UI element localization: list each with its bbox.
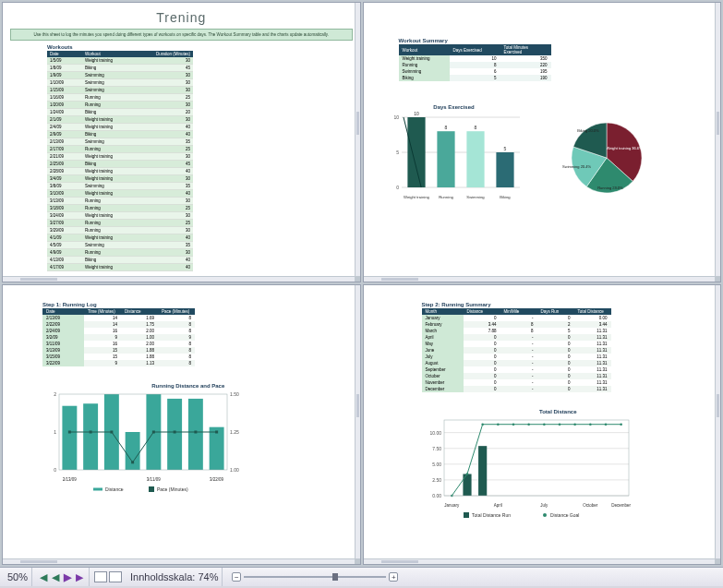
table-row[interactable]: 3/13/09Running30 [47,198,193,205]
scrollbar-horizontal[interactable] [3,558,355,564]
svg-text:8: 8 [444,125,447,130]
svg-text:Running: Running [439,195,453,199]
table-row[interactable]: Swimming6195 [399,68,551,75]
scrollbar-vertical[interactable] [355,285,360,558]
table-row[interactable]: Weight training10350 [399,55,551,62]
table-row[interactable]: August0-011.31 [422,360,611,366]
table-row[interactable]: 3/2/0991.009 [42,334,195,341]
scrollbar-horizontal[interactable] [364,276,716,282]
table-row[interactable]: 3/10/09Weight training40 [47,190,193,198]
table-row[interactable]: 3/13/09151.888 [42,347,195,354]
svg-text:Biking: Biking [500,195,511,199]
status-bar: 50% ◀ ◀ ▶ ▶ Innholdsskala: 74% − + [0,567,723,586]
table-row[interactable]: 2/13/09Swimming35 [47,138,193,146]
table-row[interactable]: 1/15/09Swimming30 [47,87,193,94]
table-row[interactable]: 3/18/09Running25 [47,205,193,212]
col-total: Total Distance [574,308,611,315]
table-row[interactable]: 1/24/09Biking20 [47,109,193,116]
table-row[interactable]: 2/25/09Biking45 [47,161,193,168]
svg-text:2/13/09: 2/13/09 [63,477,78,482]
zoom-out-icon[interactable]: − [232,572,241,582]
table-row[interactable]: 2/1/09Weight training30 [47,116,193,124]
table-row[interactable]: May0-011.31 [422,341,611,347]
table-row[interactable]: September0-011.31 [422,366,611,373]
svg-text:0: 0 [54,467,56,473]
running-summary-table[interactable]: Month Distance Min/Mile Days Run Total D… [422,308,611,392]
table-row[interactable]: October0-011.31 [422,373,611,379]
table-row[interactable]: 4/5/09Swimming35 [47,242,193,249]
col-date: Date [47,51,82,57]
pane-running-summary[interactable]: Step 2: Running Summary Month Distance M… [363,284,722,565]
table-row[interactable]: 2/24/09162.008 [42,328,195,334]
table-row[interactable]: Running8220 [399,62,551,68]
table-row[interactable]: 1/20/09Running30 [47,102,193,109]
table-row[interactable]: 3/4/09Weight training30 [47,175,193,183]
table-row[interactable]: 2/13/09141.698 [42,315,195,321]
table-row[interactable]: 3/24/09Weight training30 [47,212,193,220]
table-row[interactable]: 3/8/09Swimming35 [47,183,193,190]
table-row[interactable]: December0-011.31 [422,386,611,392]
svg-text:Swimming 20.4%: Swimming 20.4% [562,164,591,169]
info-banner: Use this sheet to log the minutes you sp… [10,29,353,41]
scrollbar-horizontal[interactable] [3,276,355,282]
table-row[interactable]: 1/8/09Biking45 [47,65,193,72]
col-workout: Workout [399,44,450,55]
table-row[interactable]: 4/13/09Biking40 [47,257,193,264]
section-running-summary: Step 2: Running Summary [422,302,714,307]
workout-table[interactable]: Date Workout Duration (Minutes) 1/5/09We… [47,51,193,271]
zoom-track[interactable] [244,576,386,578]
table-row[interactable]: 2/28/09Weight training40 [47,168,193,175]
svg-text:8: 8 [474,125,476,130]
table-row[interactable]: March7.888511.31 [422,328,611,334]
table-row[interactable]: 4/9/09Running30 [47,249,193,257]
table-row[interactable]: 1/10/09Swimming30 [47,79,193,87]
svg-rect-9 [437,131,454,187]
table-row[interactable]: February3.44823.44 [422,321,611,328]
nav-next-icon[interactable]: ▶ [62,570,73,583]
table-row[interactable]: January0-00.00 [422,315,611,321]
table-row[interactable]: 2/17/09Running25 [47,146,193,153]
table-row[interactable]: 2/21/09Weight training30 [47,153,193,161]
svg-text:10: 10 [393,114,399,120]
pane-running-log[interactable]: Step 1: Running Log Date Time (Minutes) … [2,284,361,565]
table-row[interactable]: 1/5/09Weight training30 [47,57,193,65]
scrollbar-vertical[interactable] [355,3,360,276]
scrollbar-vertical[interactable] [715,3,720,276]
table-row[interactable]: 3/22/0991.138 [42,360,195,366]
table-row[interactable]: 1/16/09Running25 [47,94,193,102]
view-mode-1-icon[interactable] [94,571,107,582]
table-row[interactable]: 3/27/09Running25 [47,220,193,227]
section-summary: Workout Summary [399,38,714,43]
pane-workouts-log[interactable]: Trening Use this sheet to log the minute… [2,2,361,282]
svg-rect-63 [463,474,471,496]
zoom-slider[interactable]: − + [232,572,398,582]
nav-prev-icon[interactable]: ◀ [50,570,61,583]
scrollbar-horizontal[interactable] [364,558,716,564]
table-row[interactable]: 3/15/09151.888 [42,354,195,360]
table-row[interactable]: 3/11/09162.008 [42,341,195,347]
section-running-log: Step 1: Running Log [42,302,353,307]
table-row[interactable]: 2/4/09Weight training40 [47,124,193,131]
table-row[interactable]: 4/17/09Weight training40 [47,264,193,271]
view-mode-2-icon[interactable] [109,571,122,582]
table-row[interactable]: July0-011.31 [422,354,611,360]
zoom-in-icon[interactable]: + [389,572,398,582]
table-row[interactable]: June0-011.31 [422,347,611,354]
sheet-nav: ◀ ◀ ▶ ▶ [34,568,90,586]
table-row[interactable]: 4/1/09Weight training40 [47,234,193,242]
table-row[interactable]: 2/22/09141.758 [42,321,195,328]
svg-text:1.00: 1.00 [230,467,239,473]
summary-table[interactable]: Workout Days Exercised Total Minutes Exe… [399,44,551,81]
table-row[interactable]: 1/9/09Swimming30 [47,72,193,79]
zoom-thumb[interactable] [332,573,338,581]
table-row[interactable]: Biking5190 [399,75,551,81]
scrollbar-vertical[interactable] [715,285,720,558]
table-row[interactable]: April0-011.31 [422,334,611,341]
pane-workout-summary[interactable]: Workout Summary Workout Days Exercised T… [363,2,722,282]
table-row[interactable]: 2/9/09Biking40 [47,131,193,138]
table-row[interactable]: 3/29/09Running30 [47,227,193,234]
nav-first-icon[interactable]: ◀ [38,570,49,583]
nav-last-icon[interactable]: ▶ [74,570,85,583]
running-log-table[interactable]: Date Time (Minutes) Distance Pace (Minut… [42,308,195,366]
table-row[interactable]: November0-011.31 [422,379,611,386]
